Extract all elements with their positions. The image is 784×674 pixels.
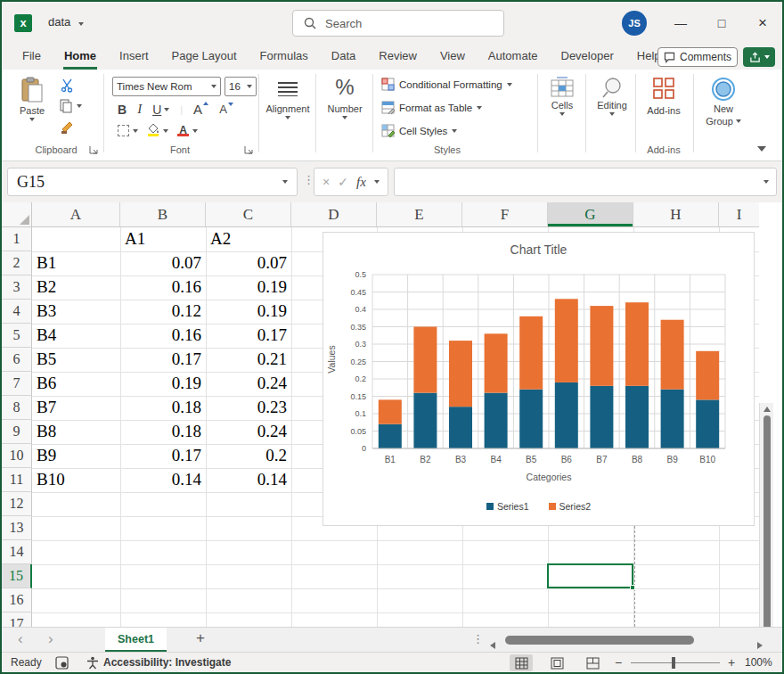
grid-cell[interactable]: 0.21 bbox=[206, 348, 291, 372]
borders-button[interactable] bbox=[118, 125, 138, 136]
ribbon-tab[interactable]: Automate bbox=[477, 45, 550, 70]
grid-cell[interactable]: 0.19 bbox=[120, 372, 206, 396]
grid-cell[interactable]: 0.17 bbox=[120, 444, 206, 468]
add-sheet-button[interactable]: + bbox=[196, 629, 205, 647]
fill-color-button[interactable] bbox=[147, 123, 168, 138]
column-header[interactable]: D bbox=[291, 202, 377, 227]
row-header[interactable]: 11 bbox=[2, 468, 32, 492]
column-header[interactable]: F bbox=[462, 202, 548, 227]
ribbon-tab[interactable]: Developer bbox=[550, 45, 625, 70]
grid-cell[interactable]: 0.16 bbox=[120, 275, 206, 300]
bar-segment-Series1[interactable] bbox=[661, 390, 684, 448]
ribbon-tab[interactable]: Data bbox=[320, 45, 367, 70]
grid-cell[interactable]: 0.18 bbox=[120, 396, 206, 420]
row-header[interactable]: 8 bbox=[2, 396, 32, 420]
chevron-down-icon[interactable] bbox=[78, 22, 84, 26]
bar-segment-Series1[interactable] bbox=[625, 386, 649, 448]
row-header[interactable]: 6 bbox=[2, 348, 32, 372]
grid-cell[interactable]: 0.2 bbox=[206, 444, 291, 468]
row-header[interactable]: 1 bbox=[2, 227, 32, 251]
font-color-button[interactable]: A bbox=[177, 126, 198, 136]
sheet-area[interactable]: A1A2B10.070.07B20.160.19B30.120.19B40.16… bbox=[32, 227, 759, 627]
cut-button[interactable] bbox=[61, 78, 75, 95]
enter-icon[interactable]: ✓ bbox=[338, 175, 348, 189]
row-header[interactable]: 15 bbox=[2, 564, 32, 588]
fill-handle[interactable] bbox=[630, 585, 635, 590]
grid-cell[interactable]: 0.16 bbox=[120, 324, 206, 348]
grid-cell[interactable]: 0.14 bbox=[120, 468, 206, 492]
grid-cell[interactable]: 0.18 bbox=[120, 420, 206, 444]
search-box[interactable]: Search bbox=[292, 10, 504, 37]
bar-segment-Series1[interactable] bbox=[696, 399, 719, 448]
zoom-level[interactable]: 100% bbox=[745, 656, 772, 669]
sheet-tab[interactable]: Sheet1 bbox=[105, 628, 167, 653]
bar-segment-Series1[interactable] bbox=[590, 386, 613, 448]
minimize-button[interactable]: — bbox=[661, 2, 700, 45]
grid-cell[interactable]: 0.12 bbox=[120, 300, 206, 324]
column-header[interactable]: B bbox=[120, 202, 206, 227]
cell-styles-button[interactable]: Cell Styles bbox=[381, 124, 457, 137]
row-header[interactable]: 12 bbox=[2, 492, 32, 516]
bar-segment-Series2[interactable] bbox=[625, 302, 649, 386]
formula-input[interactable] bbox=[394, 168, 777, 196]
workbook-name[interactable]: data bbox=[48, 15, 70, 29]
bar-segment-Series1[interactable] bbox=[555, 382, 578, 448]
font-name-select[interactable]: Times New Rom bbox=[112, 77, 221, 96]
grid-cell[interactable]: 0.17 bbox=[206, 324, 291, 348]
editing-group-button[interactable]: Editing bbox=[590, 77, 634, 116]
shrink-font-button[interactable]: A bbox=[219, 103, 233, 116]
format-as-table-button[interactable]: Format as Table bbox=[381, 101, 482, 114]
grid-cell[interactable]: B2 bbox=[32, 275, 120, 300]
bar-segment-Series1[interactable] bbox=[449, 407, 472, 448]
grid-cell[interactable]: 0.23 bbox=[206, 396, 291, 420]
ribbon-tab[interactable]: File bbox=[11, 45, 53, 70]
grid-cell[interactable]: B7 bbox=[32, 396, 120, 420]
zoom-out-button[interactable]: − bbox=[615, 655, 622, 670]
grid-cell[interactable]: B3 bbox=[32, 300, 120, 324]
bar-segment-Series2[interactable] bbox=[519, 316, 543, 390]
hscroll-left-icon[interactable] bbox=[490, 637, 495, 653]
underline-button[interactable]: U bbox=[152, 103, 169, 117]
grid-cell[interactable]: 0.14 bbox=[206, 468, 291, 492]
bar-segment-Series2[interactable] bbox=[696, 351, 719, 400]
row-header[interactable]: 4 bbox=[2, 300, 32, 324]
grid-cell[interactable]: A2 bbox=[206, 227, 291, 251]
grid-cell[interactable]: 0.07 bbox=[206, 251, 291, 275]
comments-button[interactable]: Comments bbox=[657, 47, 738, 67]
page-layout-view-button[interactable] bbox=[545, 654, 568, 671]
grid-cell[interactable]: 0.19 bbox=[206, 275, 291, 300]
ribbon-tab[interactable]: Insert bbox=[108, 45, 160, 70]
hscroll-right-icon[interactable] bbox=[757, 637, 763, 653]
previous-sheet-icon[interactable]: ‹ bbox=[18, 630, 23, 648]
grid-cell[interactable]: 0.24 bbox=[206, 420, 291, 444]
bar-segment-Series1[interactable] bbox=[379, 424, 402, 448]
row-header[interactable]: 16 bbox=[2, 588, 32, 612]
addins-button[interactable]: Add-ins bbox=[641, 77, 687, 116]
page-break-view-button[interactable] bbox=[581, 654, 604, 671]
chart-x-axis-title[interactable]: Categories bbox=[372, 472, 725, 482]
number-group-button[interactable]: % Number bbox=[323, 77, 367, 119]
alignment-group-button[interactable]: Alignment bbox=[265, 82, 310, 119]
ribbon-tab[interactable]: Home bbox=[53, 45, 108, 70]
legend-item[interactable]: Series2 bbox=[549, 501, 592, 512]
ribbon-tab[interactable]: Page Layout bbox=[160, 45, 249, 70]
font-dialog-launcher-icon[interactable] bbox=[244, 145, 253, 154]
share-button[interactable] bbox=[743, 47, 775, 67]
insert-function-icon[interactable]: fx bbox=[356, 175, 366, 190]
new-group-button[interactable]: New Group bbox=[698, 77, 748, 127]
normal-view-button[interactable] bbox=[510, 654, 533, 671]
clipboard-dialog-launcher-icon[interactable] bbox=[89, 145, 98, 154]
maximize-button[interactable]: □ bbox=[702, 2, 741, 45]
sheet-bar-handle[interactable]: ⋮ bbox=[472, 632, 484, 645]
ribbon-tab[interactable]: Review bbox=[367, 45, 429, 70]
grid-cell[interactable]: 0.07 bbox=[120, 251, 206, 275]
zoom-slider-thumb[interactable] bbox=[672, 657, 675, 669]
bar-segment-Series2[interactable] bbox=[590, 306, 613, 386]
row-header[interactable]: 9 bbox=[2, 420, 32, 444]
grow-font-button[interactable]: A bbox=[193, 102, 208, 117]
select-all-corner[interactable] bbox=[2, 202, 32, 227]
row-header[interactable]: 14 bbox=[2, 540, 32, 564]
column-header[interactable]: H bbox=[633, 202, 719, 227]
grid-cell[interactable]: B6 bbox=[32, 372, 120, 396]
grid-cell[interactable]: B5 bbox=[32, 348, 120, 372]
